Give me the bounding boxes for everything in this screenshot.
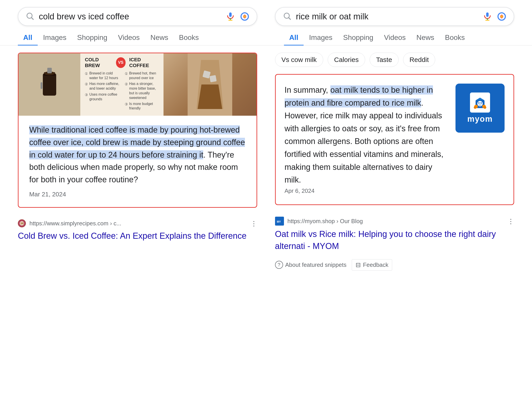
svg-point-29 [478, 102, 480, 104]
main-content: COLD BREW VS ICED COFFEE ① Brewed in col… [0, 45, 532, 403]
bullet-col-right: ① Brewed hot, then poured over ice ② Has… [125, 71, 159, 112]
svg-text:SR: SR [20, 222, 24, 225]
right-search-bar[interactable]: rice milk or oat milk [275, 7, 514, 26]
svg-point-34 [484, 106, 486, 109]
svg-marker-27 [475, 98, 484, 100]
right-source-url: https://myom.shop › Our Blog [288, 218, 504, 225]
right-snippet-text: In summary, oat milk tends to be higher … [285, 84, 449, 195]
left-source-title[interactable]: Cold Brew vs. Iced Coffee: An Expert Exp… [18, 231, 247, 241]
bullet-item: ② Has more caffeine, and lower acidity [85, 81, 119, 91]
bullet-item: ③ Is more budget friendly [125, 102, 159, 111]
chip-taste[interactable]: Taste [370, 53, 399, 67]
vs-circle: VS [116, 57, 126, 68]
left-mic-icon[interactable] [226, 12, 235, 21]
left-lens-icon[interactable] [240, 12, 250, 21]
about-featured-label: About featured snippets [285, 261, 347, 268]
left-tab-shopping[interactable]: Shopping [72, 30, 113, 45]
bullet-right-2: Has a stronger, more bitter base, but is… [129, 81, 159, 100]
right-tab-images[interactable]: Images [304, 30, 338, 45]
feedback-button[interactable]: ⊟ Feedback [352, 259, 392, 271]
chip-reddit[interactable]: Reddit [403, 53, 435, 67]
left-source-favicon: SR [18, 219, 26, 227]
snippet-images: COLD BREW VS ICED COFFEE ① Brewed in col… [19, 53, 257, 116]
myom-brand-text: myom [467, 114, 493, 124]
right-tab-videos[interactable]: Videos [379, 30, 411, 45]
svg-point-30 [481, 102, 482, 104]
bullet-left-2: Has more caffeine, and lower acidity [89, 81, 119, 91]
right-mic-icon[interactable] [482, 12, 492, 21]
svg-line-8 [289, 18, 291, 20]
right-nav-tabs: All Images Shopping Videos News Books [266, 30, 532, 45]
left-nav-tabs: All Images Shopping Videos News Books [0, 30, 266, 45]
right-tab-all[interactable]: All [284, 30, 304, 45]
left-tab-images[interactable]: Images [38, 30, 72, 45]
right-featured-snippet: In summary, oat milk tends to be higher … [275, 74, 514, 205]
left-source-url: https://www.simplyrecipes.com › c... [29, 220, 247, 227]
right-snippet-date: Apr 6, 2024 [285, 186, 449, 196]
svg-point-28 [477, 101, 483, 106]
svg-marker-23 [198, 85, 222, 109]
left-panel: COLD BREW VS ICED COFFEE ① Brewed in col… [9, 53, 266, 396]
svg-line-1 [32, 18, 33, 20]
about-row: ? About featured snippets ⊟ Feedback [275, 257, 514, 272]
comparison-chart: COLD BREW VS ICED COFFEE ① Brewed in col… [80, 53, 164, 116]
suggestion-chips: Vs cow milk Calories Taste Reddit [275, 53, 514, 67]
coffee-glass-image [164, 53, 256, 116]
coffee-jar-image [19, 53, 80, 116]
left-source-row: SR https://www.simplyrecipes.com › c... … [18, 215, 257, 230]
bullet-right-1: Brewed hot, then poured over ice [129, 71, 159, 81]
left-featured-snippet: COLD BREW VS ICED COFFEE ① Brewed in col… [18, 53, 257, 208]
bullet-item: ① Brewed hot, then poured over ice [125, 71, 159, 81]
bullet-right-3: Is more budget friendly [129, 102, 159, 111]
left-tab-all[interactable]: All [18, 30, 38, 45]
right-search-container: rice milk or oat milk [266, 7, 523, 26]
right-lens-icon[interactable] [497, 12, 507, 21]
cold-brew-label: COLD BREW [85, 57, 112, 68]
right-snippet-rest: . However, rice milk may appeal to indiv… [285, 98, 443, 185]
left-tab-videos[interactable]: Videos [113, 30, 145, 45]
right-search-input[interactable]: rice milk or oat milk [296, 12, 478, 21]
left-tab-books[interactable]: Books [174, 30, 204, 45]
left-snippet-text: While traditional iced coffee is made by… [19, 116, 257, 207]
nav-tabs-row: All Images Shopping Videos News Books Al… [0, 26, 532, 45]
svg-rect-9 [486, 12, 489, 17]
right-search-icon [283, 12, 291, 21]
left-tab-news[interactable]: News [145, 30, 174, 45]
feedback-icon: ⊟ [355, 261, 361, 269]
bullet-item: ① Brewed in cold water for 12 hours [85, 71, 119, 81]
right-snippet-image: myom [456, 84, 505, 133]
svg-point-33 [474, 106, 476, 109]
svg-point-6 [244, 15, 246, 17]
about-icon: ? [275, 261, 283, 269]
right-tab-news[interactable]: News [411, 30, 440, 45]
bullet-left-1: Brewed in cold water for 12 hours [89, 71, 119, 81]
chip-calories[interactable]: Calories [328, 53, 365, 67]
left-search-bar[interactable]: cold brew vs iced coffee [18, 7, 257, 26]
right-source-row: MY https://myom.shop › Our Blog ⋮ [275, 212, 514, 228]
svg-rect-2 [229, 12, 232, 17]
bullet-left-3: Uses more coffee grounds [89, 92, 119, 102]
myom-milk-carton [470, 93, 490, 112]
svg-text:MY: MY [277, 220, 281, 223]
right-panel: Vs cow milk Calories Taste Reddit In sum… [266, 53, 523, 396]
left-search-icon [25, 12, 34, 21]
right-tab-shopping[interactable]: Shopping [338, 30, 379, 45]
bullet-col-left: ① Brewed in cold water for 12 hours ② Ha… [85, 71, 119, 112]
svg-rect-22 [209, 75, 217, 82]
iced-coffee-label: ICED COFFEE [129, 57, 159, 68]
comparison-bullets: ① Brewed in cold water for 12 hours ② Ha… [85, 71, 159, 112]
chip-vs-cow-milk[interactable]: Vs cow milk [275, 53, 323, 67]
left-source-options-icon[interactable]: ⋮ [251, 220, 257, 227]
left-search-input[interactable]: cold brew vs iced coffee [39, 12, 221, 21]
bullet-item: ② Has a stronger, more bitter base, but … [125, 81, 159, 100]
about-featured-snippets[interactable]: ? About featured snippets [275, 261, 347, 269]
right-snippet-intro: In summary, [285, 85, 330, 94]
svg-rect-18 [41, 82, 42, 89]
svg-point-13 [500, 15, 503, 17]
right-source-title[interactable]: Oat milk vs Rice milk: Helping you to ch… [275, 229, 496, 251]
svg-rect-17 [47, 68, 52, 73]
feedback-label: Feedback [363, 261, 388, 268]
right-source-options-icon[interactable]: ⋮ [507, 217, 514, 225]
left-search-container: cold brew vs iced coffee [9, 7, 266, 26]
right-tab-books[interactable]: Books [440, 30, 470, 45]
